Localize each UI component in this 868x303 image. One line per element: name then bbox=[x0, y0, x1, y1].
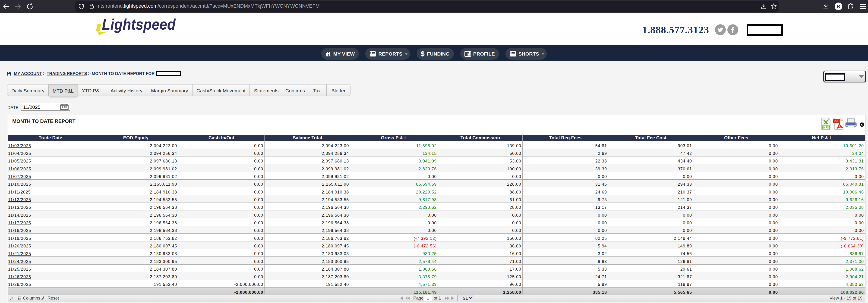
svg-text:PDF: PDF bbox=[834, 120, 839, 123]
svg-text:XLS: XLS bbox=[823, 126, 829, 129]
svg-text:Lightspeed: Lightspeed bbox=[102, 18, 176, 33]
